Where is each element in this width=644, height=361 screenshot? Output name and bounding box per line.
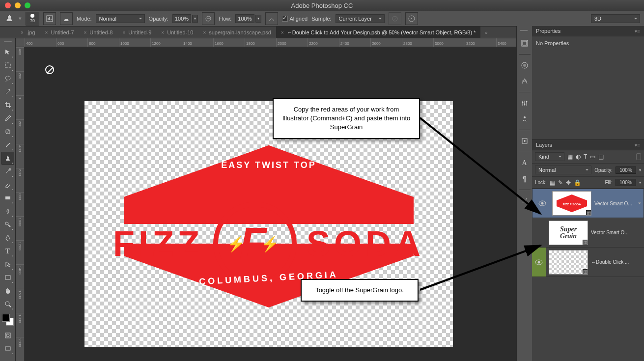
clone-stamp-tool-icon[interactable] xyxy=(1,152,14,165)
ignore-adjustments-icon[interactable] xyxy=(389,12,401,25)
document-tab[interactable]: ×Untitled-9 xyxy=(117,27,156,38)
opacity-input[interactable]: 100% xyxy=(172,14,191,23)
lasso-tool-icon[interactable] xyxy=(1,72,14,85)
document-tab[interactable]: ×Untitled-7 xyxy=(40,27,79,38)
screen-mode-icon[interactable] xyxy=(1,342,14,355)
airbrush-icon[interactable] xyxy=(265,12,278,25)
swatches-panel-icon[interactable] xyxy=(518,74,531,88)
svg-point-15 xyxy=(6,334,9,337)
layer-visibility-toggle[interactable] xyxy=(532,248,546,277)
layer-list: FIZZ F SODA◫Vector Smart O...SuperGrain◫… xyxy=(532,189,644,361)
properties-panel-tab[interactable]: Properties▾≡ xyxy=(532,26,644,36)
layers-panel-tab[interactable]: Layers▾≡ xyxy=(532,140,644,150)
canvas-area: 4006008001000120014001600180020002200240… xyxy=(16,38,516,361)
layer-name[interactable]: Vector Smart O... xyxy=(594,201,635,206)
document-tab[interactable]: ×←Double Click to Add Your Design.psb @ … xyxy=(276,27,481,38)
paragraph-panel-icon[interactable]: ¶ xyxy=(518,172,531,186)
filter-smart-icon[interactable]: ◫ xyxy=(598,153,604,160)
eraser-tool-icon[interactable] xyxy=(1,178,14,191)
brush-preset-picker[interactable]: 70 xyxy=(26,12,39,26)
lock-all-icon[interactable]: 🔒 xyxy=(574,179,581,186)
close-tab-icon[interactable]: × xyxy=(21,30,24,35)
close-tab-icon[interactable]: × xyxy=(122,30,125,35)
document-tab[interactable]: ×Untitled-8 xyxy=(79,27,118,38)
sample-select[interactable]: Current Layer xyxy=(336,14,385,23)
zoom-window-button[interactable] xyxy=(25,2,30,8)
lock-position-icon[interactable]: ✥ xyxy=(566,179,571,186)
clone-stamp-tool-icon[interactable] xyxy=(4,13,15,24)
panel-menu-icon[interactable]: ▾≡ xyxy=(635,142,640,148)
flow-input[interactable]: 100% xyxy=(235,14,254,23)
close-tab-icon[interactable]: × xyxy=(281,30,284,35)
layer-row[interactable]: SuperGrain◫Vector Smart O... xyxy=(532,218,644,248)
layer-thumbnail[interactable]: FIZZ F SODA◫ xyxy=(552,191,591,216)
path-selection-tool-icon[interactable] xyxy=(1,258,14,271)
close-tab-icon[interactable]: × xyxy=(84,30,87,35)
color-panel-icon[interactable] xyxy=(518,58,531,72)
brush-panel-icon[interactable] xyxy=(518,194,531,208)
layer-visibility-toggle[interactable] xyxy=(532,218,546,247)
healing-brush-tool-icon[interactable] xyxy=(1,125,14,138)
close-tab-icon[interactable]: × xyxy=(45,30,48,35)
workspace-select[interactable]: 3D xyxy=(591,14,640,23)
layer-blend-select[interactable]: Normal xyxy=(535,166,591,174)
toggle-brush-panel-icon[interactable] xyxy=(43,12,56,25)
adjustments-panel-icon[interactable] xyxy=(518,96,531,110)
color-swatches[interactable] xyxy=(2,314,14,326)
tabs-overflow-icon[interactable]: » xyxy=(480,29,491,35)
lock-pixels-icon[interactable]: ✎ xyxy=(558,179,563,186)
move-tool-icon[interactable] xyxy=(1,46,14,58)
character-panel-icon[interactable]: A xyxy=(518,156,531,170)
layer-fill-input[interactable]: 100% xyxy=(616,179,636,186)
crop-tool-icon[interactable] xyxy=(1,99,14,111)
blur-tool-icon[interactable] xyxy=(1,205,14,218)
layer-row[interactable]: FIZZ F SODA◫Vector Smart O... xyxy=(532,189,644,218)
magic-wand-tool-icon[interactable] xyxy=(1,85,14,98)
brush-tool-icon[interactable] xyxy=(1,139,14,151)
close-window-button[interactable] xyxy=(5,2,11,8)
filter-adjust-icon[interactable]: ◐ xyxy=(576,153,581,160)
pen-tool-icon[interactable] xyxy=(1,231,14,244)
close-tab-icon[interactable]: × xyxy=(161,30,164,35)
layer-opacity-input[interactable]: 100% xyxy=(616,167,636,174)
history-panel-icon[interactable] xyxy=(518,36,531,50)
pressure-opacity-icon[interactable] xyxy=(202,12,215,25)
layer-thumbnail[interactable]: ◫ xyxy=(549,250,588,275)
rectangle-tool-icon[interactable] xyxy=(1,271,14,284)
filter-type-select[interactable]: Kind xyxy=(535,152,564,161)
lock-transparent-icon[interactable]: ▦ xyxy=(550,179,555,186)
styles-panel-icon[interactable] xyxy=(518,112,531,126)
minimize-window-button[interactable] xyxy=(15,2,21,8)
document-tab[interactable]: ×Untitled-10 xyxy=(156,27,198,38)
no-drop-cursor-icon xyxy=(45,65,54,74)
filter-toggle-icon[interactable] xyxy=(636,153,641,160)
aligned-checkbox[interactable]: Aligned xyxy=(282,16,308,22)
close-tab-icon[interactable]: × xyxy=(203,30,206,35)
pressure-size-icon[interactable] xyxy=(405,12,418,25)
filter-shape-icon[interactable]: ▭ xyxy=(590,153,595,160)
layer-row[interactable]: ◫←Double Click ... xyxy=(532,248,644,277)
filter-type-icon[interactable]: T xyxy=(584,153,587,160)
layer-thumbnail[interactable]: SuperGrain◫ xyxy=(549,221,588,245)
actions-panel-icon[interactable] xyxy=(518,134,531,148)
layer-name[interactable]: Vector Smart O... xyxy=(591,230,644,235)
layer-visibility-toggle[interactable] xyxy=(535,190,549,217)
zoom-tool-icon[interactable] xyxy=(1,298,14,310)
flow-dropdown-icon[interactable]: ▾ xyxy=(255,15,261,23)
dodge-tool-icon[interactable] xyxy=(1,218,14,231)
filter-pixel-icon[interactable]: ▦ xyxy=(567,153,573,160)
document-tab[interactable]: ×.jpg xyxy=(16,27,40,38)
layer-name[interactable]: ←Double Click ... xyxy=(591,259,644,265)
type-tool-icon[interactable]: T xyxy=(1,245,14,257)
panel-menu-icon[interactable]: ▾≡ xyxy=(635,28,640,34)
clone-source-panel-icon[interactable] xyxy=(60,12,73,25)
eyedropper-tool-icon[interactable] xyxy=(1,112,14,125)
gradient-tool-icon[interactable] xyxy=(1,192,14,204)
blend-mode-select[interactable]: Normal xyxy=(96,14,145,23)
hand-tool-icon[interactable] xyxy=(1,284,14,297)
marquee-tool-icon[interactable] xyxy=(1,59,14,72)
quick-mask-icon[interactable] xyxy=(1,329,14,342)
history-brush-tool-icon[interactable] xyxy=(1,165,14,178)
opacity-dropdown-icon[interactable]: ▾ xyxy=(192,15,198,23)
document-tab[interactable]: ×supergrain-landscape.psd xyxy=(198,27,276,38)
